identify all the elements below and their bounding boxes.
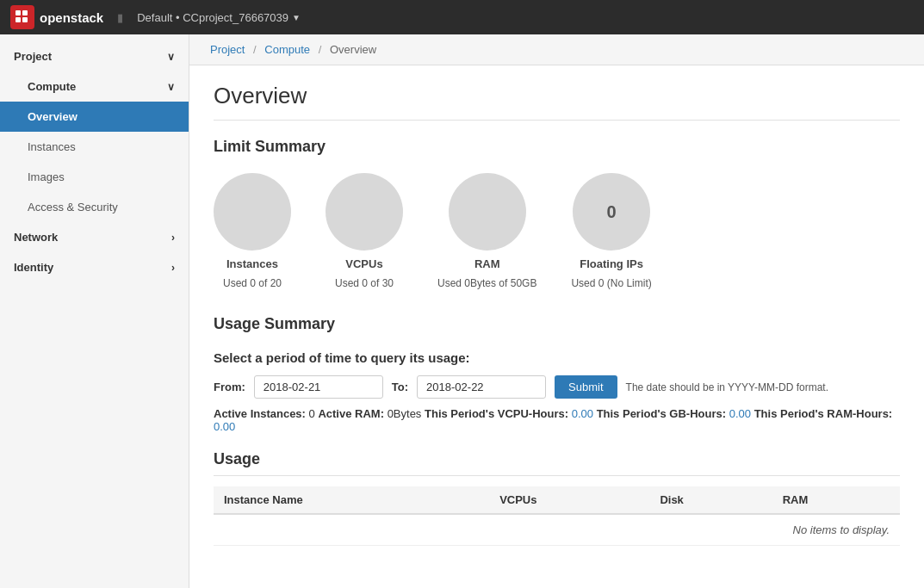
gb-hours-label: This Period's GB-Hours: [597,407,726,420]
gauges-row: Instances Used 0 of 20 VCPUs Used 0 of 3… [214,173,900,289]
col-disk: Disk [649,486,772,514]
gauge-instances: Instances Used 0 of 20 [214,173,291,289]
sidebar-item-images[interactable]: Images [0,162,189,192]
from-input[interactable] [254,375,383,399]
sidebar-network-label: Network [14,231,58,244]
no-items-cell: No items to display. [214,514,900,546]
usage-query: Select a period of time to query its usa… [214,350,900,433]
logo-icon [10,5,34,29]
breadcrumb: Project / Compute / Overview [189,34,924,65]
gauge-vcpus-circle [326,173,403,251]
chevron-right-icon: › [171,232,175,244]
active-instances-value: 0 [309,407,315,420]
sidebar-item-access-security[interactable]: Access & Security [0,192,189,222]
gauge-instances-sub: Used 0 of 20 [223,277,282,289]
gauge-ram-sub: Used 0Bytes of 50GB [437,277,536,289]
logo: openstack [10,5,103,29]
main-content: Project / Compute / Overview Overview Li… [189,34,924,588]
col-ram: RAM [772,486,900,514]
sidebar-identity[interactable]: Identity › [0,252,189,282]
col-vcpus: VCPUs [489,486,649,514]
to-input[interactable] [417,375,546,399]
sidebar-access-security-label: Access & Security [28,201,118,214]
col-instance-name: Instance Name [214,486,489,514]
sidebar-project[interactable]: Project ∨ [0,41,189,71]
submit-button[interactable]: Submit [555,375,617,399]
project-selector[interactable]: Default • CCproject_76667039 ▼ [137,11,301,24]
breadcrumb-compute[interactable]: Compute [264,43,310,56]
sidebar-instances-label: Instances [28,140,76,153]
gauge-vcpus-sub: Used 0 of 30 [335,277,394,289]
ram-hours-label: This Period's RAM-Hours: [754,407,893,420]
project-label: Default • CCproject_76667039 [137,11,288,24]
from-label: From: [214,381,245,393]
query-form: From: To: Submit The date should be in Y… [214,375,900,399]
query-title: Select a period of time to query its usa… [214,350,900,365]
active-instances-label: Active Instances: [214,407,306,420]
gauge-ram: RAM Used 0Bytes of 50GB [437,173,536,289]
stats-row: Active Instances: 0 Active RAM: 0Bytes T… [214,407,900,433]
usage-summary-section: Usage Summary Select a period of time to… [214,315,900,433]
active-ram-value: 0Bytes [388,407,422,420]
breadcrumb-project[interactable]: Project [210,43,245,56]
gauge-floating-ips-label: Floating IPs [580,257,643,270]
usage-table-section: Usage Instance Name VCPUs Disk RAM No it… [214,450,900,546]
vcpu-hours-label: This Period's VCPU-Hours: [425,407,568,420]
svg-rect-0 [16,10,21,15]
topbar: openstack ▮ Default • CCproject_76667039… [0,0,924,34]
gauge-floating-ips: 0 Floating IPs Used 0 (No Limit) [571,173,651,289]
project-dropdown-arrow: ▼ [292,13,301,22]
sidebar-project-label: Project [14,50,52,63]
limit-summary-section: Limit Summary Instances Used 0 of 20 VCP… [214,138,900,289]
ram-hours-value: 0.00 [214,420,235,433]
logo-text: openstack [40,10,103,25]
usage-summary-title: Usage Summary [214,315,900,333]
table-header-row: Instance Name VCPUs Disk RAM [214,486,900,514]
chevron-right-icon: › [171,262,175,274]
gauge-vcpus-label: VCPUs [345,257,382,270]
sidebar-item-instances[interactable]: Instances [0,132,189,162]
gauge-ram-circle [449,173,526,251]
chevron-down-icon: ∨ [167,81,175,93]
layout: Project ∨ Compute ∨ Overview Instances I… [0,34,924,588]
chevron-down-icon: ∨ [167,51,175,63]
gauge-instances-circle [214,173,291,251]
limit-summary-title: Limit Summary [214,138,900,156]
usage-table: Instance Name VCPUs Disk RAM No items to… [214,486,900,546]
date-format-hint: The date should be in YYYY-MM-DD format. [626,381,828,393]
gauge-floating-ips-circle: 0 [573,173,650,251]
no-items-row: No items to display. [214,514,900,546]
svg-rect-2 [16,17,21,22]
to-label: To: [392,381,408,393]
breadcrumb-overview: Overview [330,43,376,56]
gb-hours-value: 0.00 [729,407,751,420]
content-area: Overview Limit Summary Instances Used 0 … [189,65,924,563]
gauge-vcpus: VCPUs Used 0 of 30 [326,173,403,289]
sidebar-compute-label: Compute [28,80,76,93]
sidebar-compute[interactable]: Compute ∨ [0,71,189,102]
sidebar-identity-label: Identity [14,261,53,274]
gauge-instances-label: Instances [226,257,278,270]
vcpu-hours-value: 0.00 [572,407,593,420]
svg-rect-1 [22,10,28,15]
sidebar-network[interactable]: Network › [0,222,189,252]
page-title: Overview [214,83,900,121]
usage-table-title: Usage [214,450,900,476]
sidebar: Project ∨ Compute ∨ Overview Instances I… [0,34,189,588]
sidebar-item-overview[interactable]: Overview [0,102,189,132]
sidebar-images-label: Images [28,170,65,183]
gauge-floating-ips-sub: Used 0 (No Limit) [571,277,651,289]
sidebar-overview-label: Overview [28,110,78,123]
gauge-ram-label: RAM [474,257,500,270]
svg-rect-3 [22,17,28,22]
